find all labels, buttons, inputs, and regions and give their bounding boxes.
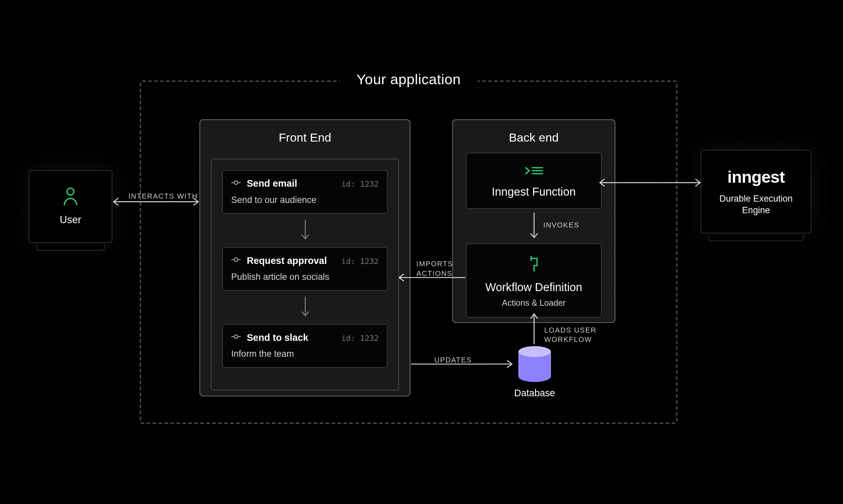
frontend-steps-box: Send email id: 1232 Send to our audience… — [211, 159, 399, 390]
frontend-panel: Front End Send email id: 1232 Send to ou… — [200, 119, 410, 396]
step-subtitle: Inform the team — [231, 348, 379, 359]
step-subtitle: Publish article on socials — [231, 272, 379, 282]
step-subtitle: Send to our audience — [231, 195, 379, 205]
database-label: Database — [514, 388, 555, 399]
interacts-with-label: INTERACTS WITH — [128, 192, 198, 202]
inngest-engine-node: inngest Durable Execution Engine — [701, 150, 811, 233]
step-title: Request approval — [246, 255, 327, 266]
arrow-down-icon — [528, 213, 539, 240]
step-node-icon — [231, 255, 241, 267]
user-icon — [62, 187, 79, 208]
backend-title: Back end — [453, 120, 615, 153]
user-node: User — [29, 170, 112, 243]
invokes-label: INVOKES — [543, 221, 580, 230]
database-node: Database — [517, 346, 553, 399]
step-id: id: 1232 — [341, 333, 379, 342]
user-label: User — [60, 214, 81, 226]
inngest-subtitle: Durable Execution Engine — [707, 193, 805, 216]
loads-user-workflow-label: LOADS USER WORKFLOW — [544, 326, 597, 344]
frontend-title: Front End — [200, 120, 410, 153]
definition-icon — [526, 255, 541, 275]
function-icon — [524, 164, 544, 180]
step-id: id: 1232 — [341, 179, 379, 188]
step-id: id: 1232 — [341, 256, 379, 265]
updates-label: UPDATES — [434, 356, 472, 365]
backend-panel: Back end Inngest Function INVOKES — [452, 119, 615, 323]
workflow-definition-sub: Actions & Loader — [502, 298, 566, 307]
workflow-step: Send to slack id: 1232 Inform the team — [222, 324, 388, 367]
workflow-definition-card: Workflow Definition Actions & Loader — [466, 244, 602, 317]
your-application-label: Your application — [340, 71, 478, 88]
database-icon — [518, 346, 551, 382]
step-title: Send email — [246, 178, 297, 189]
imports-actions-label: IMPORTS ACTIONS — [416, 259, 453, 278]
svg-point-6 — [234, 258, 238, 262]
step-node-icon — [231, 178, 241, 190]
inngest-function-card: Inngest Function — [466, 153, 602, 209]
workflow-step: Send email id: 1232 Send to our audience — [222, 170, 388, 214]
step-title: Send to slack — [246, 332, 308, 343]
inngest-function-title: Inngest Function — [492, 186, 576, 199]
inngest-logo: inngest — [727, 167, 785, 187]
workflow-step: Request approval id: 1232 Publish articl… — [222, 247, 388, 290]
svg-point-0 — [67, 188, 74, 195]
svg-point-2 — [234, 181, 238, 184]
arrow-down-icon — [300, 297, 310, 318]
svg-point-10 — [234, 335, 238, 339]
step-node-icon — [231, 332, 241, 344]
arrow-down-icon — [300, 219, 310, 241]
workflow-definition-title: Workflow Definition — [485, 281, 582, 294]
